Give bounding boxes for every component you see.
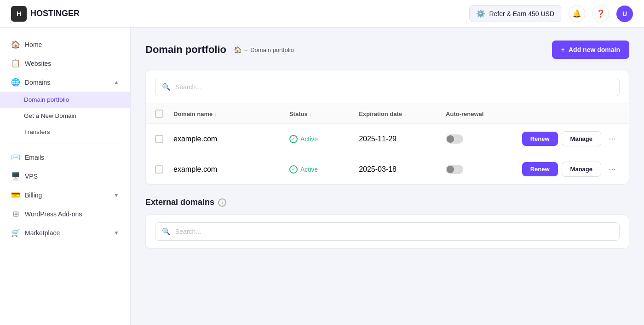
- table-row: example.com ✓ Active 2025-11-29: [146, 124, 629, 154]
- external-search-input[interactable]: [175, 228, 613, 235]
- domains-card: 🔍 Domain name ↓ Status ↓ Expirati: [145, 70, 629, 185]
- add-new-domain-button[interactable]: + Add new domain: [552, 41, 629, 59]
- row1-manage-button[interactable]: Manage: [562, 131, 601, 146]
- row1-actions: Renew Manage ⋯: [515, 131, 620, 146]
- sidebar-item-domains[interactable]: 🌐 Domains ▲: [0, 73, 130, 92]
- row2-status-label: Active: [300, 166, 318, 173]
- refer-earn-label: Refer & Earn 450 USD: [489, 10, 554, 17]
- sort-expiration-icon[interactable]: ↓: [404, 111, 407, 116]
- sidebar-item-home[interactable]: 🏠 Home: [0, 35, 130, 54]
- row2-expiry-value: 2025-03-18: [359, 165, 397, 173]
- row1-more-button[interactable]: ⋯: [605, 132, 620, 146]
- sidebar-item-wordpress-addons[interactable]: ⊞ WordPress Add-ons: [0, 204, 130, 223]
- sidebar-label-vps: VPS: [25, 173, 38, 180]
- th-auto-renewal: Auto-renewal: [446, 110, 515, 117]
- billing-icon: 💳: [11, 191, 20, 199]
- external-domains-info-icon[interactable]: i: [218, 198, 226, 207]
- row2-renew-button[interactable]: Renew: [522, 162, 558, 176]
- external-search-input-wrap: 🔍: [155, 222, 620, 241]
- chevron-down-marketplace-icon: ▼: [114, 230, 119, 236]
- sidebar-label-transfers: Transfers: [24, 128, 50, 135]
- row2-domain-value: example.com: [173, 165, 217, 173]
- plus-icon: +: [561, 46, 565, 53]
- row1-status: ✓ Active: [289, 135, 359, 143]
- row1-domain-value: example.com: [173, 135, 217, 143]
- breadcrumb-separator: –: [244, 46, 247, 53]
- chevron-up-icon: ▲: [114, 79, 119, 86]
- th-domain-name: Domain name ↓: [173, 110, 289, 117]
- row2-more-button[interactable]: ⋯: [605, 162, 620, 177]
- navbar-actions: ⚙️ Refer & Earn 450 USD 🔔 ❓ U: [469, 5, 633, 22]
- sidebar-label-websites: Websites: [25, 60, 51, 67]
- navbar: H HOSTINGER ⚙️ Refer & Earn 450 USD 🔔 ❓ …: [0, 0, 644, 28]
- vps-icon: 🖥️: [11, 172, 20, 180]
- row1-status-label: Active: [300, 135, 318, 143]
- home-icon: 🏠: [11, 40, 20, 49]
- row2-renewal-toggle[interactable]: [446, 165, 463, 174]
- refer-earn-button[interactable]: ⚙️ Refer & Earn 450 USD: [469, 5, 561, 22]
- wordpress-icon: ⊞: [11, 209, 20, 218]
- page-header-left: Domain portfolio 🏠 – Domain portfolio: [145, 44, 294, 56]
- sidebar-item-emails[interactable]: ✉️ Emails: [0, 148, 130, 167]
- avatar-initial: U: [622, 10, 627, 17]
- user-avatar-button[interactable]: U: [616, 6, 633, 22]
- help-button[interactable]: ❓: [592, 6, 609, 22]
- external-domains-title: External domains i: [145, 197, 629, 207]
- row1-renew-button[interactable]: Renew: [522, 132, 558, 146]
- bell-icon: 🔔: [572, 9, 581, 18]
- external-domains-section: External domains i 🔍: [145, 197, 629, 249]
- row1-status-check-icon: ✓: [289, 135, 298, 143]
- domains-search-bar: 🔍: [146, 70, 629, 104]
- row1-renewal: [446, 134, 515, 144]
- sidebar-item-websites[interactable]: 📋 Websites: [0, 54, 130, 73]
- row2-actions: Renew Manage ⋯: [515, 162, 620, 177]
- websites-icon: 📋: [11, 59, 20, 68]
- table-header: Domain name ↓ Status ↓ Expiration date ↓…: [146, 104, 629, 124]
- row2-renewal: [446, 165, 515, 174]
- sidebar-item-transfers[interactable]: Transfers: [0, 124, 130, 140]
- sidebar-label-home: Home: [25, 41, 42, 48]
- row1-checkbox[interactable]: [155, 135, 163, 143]
- row1-expiry-value: 2025-11-29: [359, 135, 397, 143]
- sidebar-label-emails: Emails: [25, 154, 44, 161]
- layout: 🏠 Home 📋 Websites 🌐 Domains ▲ Domain por…: [0, 28, 644, 325]
- row1-status-badge: ✓ Active: [289, 135, 359, 143]
- sort-domain-name-icon[interactable]: ↓: [214, 111, 217, 116]
- notifications-button[interactable]: 🔔: [569, 6, 585, 22]
- sidebar-label-marketplace: Marketplace: [25, 229, 60, 237]
- breadcrumb: 🏠 – Domain portfolio: [234, 46, 294, 53]
- sidebar-item-domain-portfolio[interactable]: Domain portfolio: [0, 92, 130, 108]
- th-auto-renewal-label: Auto-renewal: [446, 110, 483, 117]
- search-input[interactable]: [175, 83, 613, 91]
- external-domains-label: External domains: [145, 197, 214, 207]
- row2-checkbox[interactable]: [155, 165, 163, 174]
- domains-icon: 🌐: [11, 78, 20, 87]
- external-search-icon: 🔍: [162, 227, 171, 236]
- row2-manage-button[interactable]: Manage: [562, 162, 601, 177]
- th-status: Status ↓: [289, 110, 359, 117]
- sidebar-item-marketplace[interactable]: 🛒 Marketplace ▼: [0, 223, 130, 242]
- logo-icon: H: [11, 6, 27, 22]
- sidebar-item-billing[interactable]: 💳 Billing ▼: [0, 186, 130, 204]
- row2-domain-name: example.com: [173, 165, 289, 174]
- sidebar-item-get-new-domain[interactable]: Get a New Domain: [0, 108, 130, 124]
- logo[interactable]: H HOSTINGER: [11, 6, 80, 22]
- add-domain-label: Add new domain: [569, 46, 620, 53]
- th-domain-name-label: Domain name: [173, 110, 213, 117]
- main-content: Domain portfolio 🏠 – Domain portfolio + …: [131, 28, 644, 325]
- sidebar-item-vps[interactable]: 🖥️ VPS: [0, 167, 130, 186]
- row1-renewal-toggle[interactable]: [446, 134, 463, 144]
- emails-icon: ✉️: [11, 153, 20, 162]
- breadcrumb-current: Domain portfolio: [250, 46, 294, 53]
- page-title: Domain portfolio: [145, 44, 226, 56]
- row1-domain-name: example.com: [173, 135, 289, 143]
- marketplace-icon: 🛒: [11, 228, 20, 237]
- sort-status-icon[interactable]: ↓: [310, 111, 312, 116]
- row1-check-col: [155, 135, 173, 143]
- select-all-checkbox[interactable]: [155, 110, 163, 118]
- th-expiration-label: Expiration date: [359, 110, 402, 117]
- th-expiration: Expiration date ↓: [359, 110, 446, 117]
- row1-toggle-knob: [447, 135, 454, 143]
- gear-icon: ⚙️: [476, 9, 485, 18]
- row2-toggle-knob: [447, 166, 454, 173]
